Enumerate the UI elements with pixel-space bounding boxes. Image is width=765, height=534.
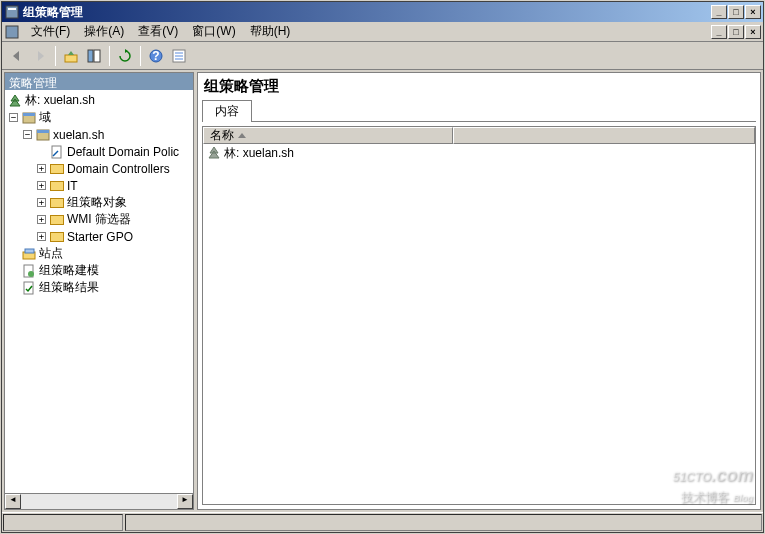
- tree-node-domains[interactable]: − 域: [5, 109, 193, 126]
- tree-panel: 策略管理 林: xuelan.sh − 域 − xuelan.sh: [4, 72, 194, 510]
- tab-bar: 内容: [202, 100, 756, 122]
- toolbar: ?: [2, 42, 763, 70]
- back-button[interactable]: [6, 45, 28, 67]
- sites-icon: [21, 247, 37, 261]
- minimize-button[interactable]: _: [711, 5, 727, 19]
- tree-node-results[interactable]: 组策略结果: [5, 279, 193, 296]
- modeling-icon: [21, 264, 37, 278]
- content-title: 组策略管理: [198, 73, 760, 100]
- window-title: 组策略管理: [23, 4, 711, 21]
- results-icon: [21, 281, 37, 295]
- svg-rect-2: [6, 26, 18, 38]
- tree-label: Starter GPO: [67, 230, 133, 244]
- tree-label: 组策略结果: [39, 279, 99, 296]
- tree-label: IT: [67, 179, 78, 193]
- tree-header: 策略管理: [5, 73, 193, 90]
- tree-node-starter[interactable]: + Starter GPO: [5, 228, 193, 245]
- domains-icon: [21, 111, 37, 125]
- tree-label: WMI 筛选器: [67, 211, 131, 228]
- tree-node-sites[interactable]: 站点: [5, 245, 193, 262]
- list-item-label: 林: xuelan.sh: [224, 145, 294, 162]
- svg-rect-15: [37, 130, 49, 133]
- mdi-system-icon[interactable]: [4, 24, 20, 40]
- list-body: 林: xuelan.sh: [203, 144, 755, 504]
- tree-node-domain[interactable]: − xuelan.sh: [5, 126, 193, 143]
- sort-ascending-icon: [238, 133, 246, 138]
- tree-label: Default Domain Polic: [67, 145, 179, 159]
- domain-icon: [35, 128, 51, 142]
- column-label: 名称: [210, 127, 234, 144]
- menu-action[interactable]: 操作(A): [77, 21, 131, 42]
- status-cell: [3, 514, 123, 531]
- svg-rect-21: [24, 282, 33, 294]
- forward-button[interactable]: [29, 45, 51, 67]
- mdi-close-button[interactable]: ×: [745, 25, 761, 39]
- ou-icon: [49, 162, 65, 176]
- expander-minus-icon[interactable]: −: [23, 130, 32, 139]
- horizontal-scrollbar[interactable]: ◄ ►: [5, 493, 193, 509]
- expander-plus-icon[interactable]: +: [37, 164, 46, 173]
- mdi-restore-button[interactable]: □: [728, 25, 744, 39]
- tree-node-wmi[interactable]: + WMI 筛选器: [5, 211, 193, 228]
- tree-node-default-policy[interactable]: Default Domain Polic: [5, 143, 193, 160]
- tree-node-it[interactable]: + IT: [5, 177, 193, 194]
- folder-icon: [49, 230, 65, 244]
- content-panel: 组策略管理 内容 名称 林: xuelan.sh: [197, 72, 761, 510]
- svg-rect-3: [65, 55, 77, 62]
- tree-label: 林: xuelan.sh: [25, 92, 95, 109]
- menu-window[interactable]: 窗口(W): [185, 21, 242, 42]
- svg-rect-4: [88, 50, 93, 62]
- tree-node-forest[interactable]: 林: xuelan.sh: [5, 92, 193, 109]
- scroll-right-button[interactable]: ►: [177, 494, 193, 509]
- svg-rect-5: [94, 50, 100, 62]
- menu-bar: 文件(F) 操作(A) 查看(V) 窗口(W) 帮助(H) _ □ ×: [2, 22, 763, 42]
- toolbar-separator: [140, 46, 141, 66]
- tree-node-gpo-objects[interactable]: + 组策略对象: [5, 194, 193, 211]
- tree-label: xuelan.sh: [53, 128, 104, 142]
- scroll-track[interactable]: [21, 494, 177, 509]
- scroll-left-button[interactable]: ◄: [5, 494, 21, 509]
- forest-icon: [206, 146, 222, 160]
- tree-label: 域: [39, 109, 51, 126]
- svg-text:?: ?: [152, 49, 159, 63]
- folder-icon: [49, 196, 65, 210]
- svg-point-20: [28, 271, 34, 277]
- list-view[interactable]: 名称 林: xuelan.sh: [202, 126, 756, 505]
- column-header-blank[interactable]: [453, 127, 755, 144]
- refresh-button[interactable]: [114, 45, 136, 67]
- svg-rect-18: [25, 249, 34, 253]
- menu-file[interactable]: 文件(F): [24, 21, 77, 42]
- expander-plus-icon[interactable]: +: [37, 181, 46, 190]
- list-item[interactable]: 林: xuelan.sh: [203, 144, 755, 162]
- expander-plus-icon[interactable]: +: [37, 198, 46, 207]
- properties-button[interactable]: [168, 45, 190, 67]
- tree-label: 组策略建模: [39, 262, 99, 279]
- ou-icon: [49, 179, 65, 193]
- column-header-name[interactable]: 名称: [203, 127, 453, 144]
- folder-icon: [49, 213, 65, 227]
- tree-node-modeling[interactable]: 组策略建模: [5, 262, 193, 279]
- show-hide-tree-button[interactable]: [83, 45, 105, 67]
- svg-rect-1: [8, 8, 16, 10]
- up-button[interactable]: [60, 45, 82, 67]
- menu-view[interactable]: 查看(V): [131, 21, 185, 42]
- menu-help[interactable]: 帮助(H): [243, 21, 298, 42]
- app-icon: [4, 4, 20, 20]
- mdi-minimize-button[interactable]: _: [711, 25, 727, 39]
- svg-rect-0: [6, 6, 18, 18]
- help-button[interactable]: ?: [145, 45, 167, 67]
- maximize-button[interactable]: □: [728, 5, 744, 19]
- list-header: 名称: [203, 127, 755, 144]
- expander-plus-icon[interactable]: +: [37, 232, 46, 241]
- forest-icon: [7, 94, 23, 108]
- expander-plus-icon[interactable]: +: [37, 215, 46, 224]
- tree-view[interactable]: 林: xuelan.sh − 域 − xuelan.sh Default Dom…: [5, 90, 193, 493]
- toolbar-separator: [109, 46, 110, 66]
- tab-content[interactable]: 内容: [202, 100, 252, 122]
- close-button[interactable]: ×: [745, 5, 761, 19]
- tree-label: Domain Controllers: [67, 162, 170, 176]
- tree-node-dc[interactable]: + Domain Controllers: [5, 160, 193, 177]
- expander-minus-icon[interactable]: −: [9, 113, 18, 122]
- gpo-link-icon: [49, 145, 65, 159]
- title-bar: 组策略管理 _ □ ×: [2, 2, 763, 22]
